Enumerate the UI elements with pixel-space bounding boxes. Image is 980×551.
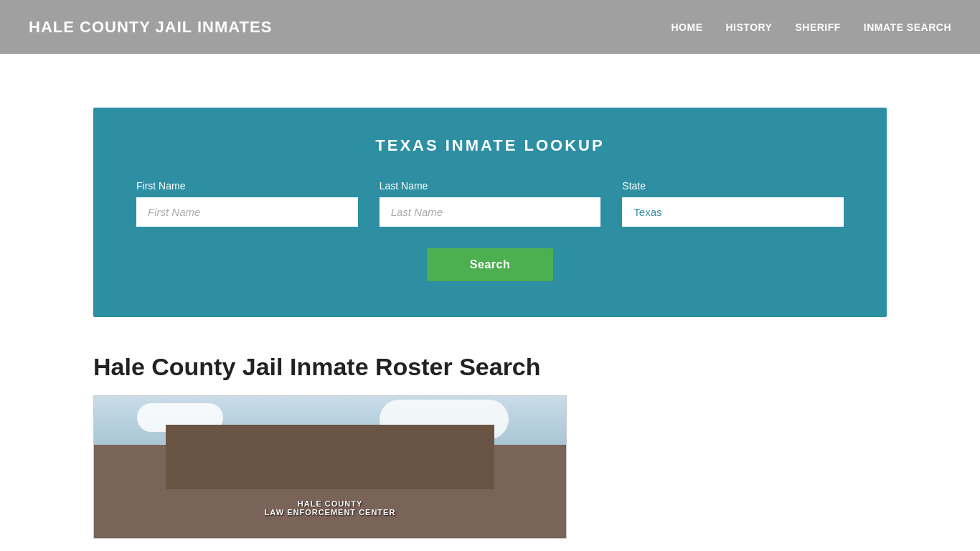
search-section: TEXAS INMATE LOOKUP First Name Last Name… [93, 108, 887, 317]
state-field-group: State [622, 180, 844, 227]
site-title: HALE COUNTY JAIL INMATES [29, 18, 272, 37]
first-name-label: First Name [136, 180, 358, 192]
last-name-input[interactable] [380, 197, 601, 227]
last-name-field-group: Last Name [380, 180, 601, 227]
sub-header-bar [0, 54, 980, 108]
search-button[interactable]: Search [427, 248, 553, 281]
state-label: State [622, 180, 844, 192]
main-nav: HOME HISTORY SHERIFF INMATE SEARCH [672, 22, 952, 33]
first-name-input[interactable] [136, 197, 358, 227]
site-header: HALE COUNTY JAIL INMATES HOME HISTORY SH… [0, 0, 980, 54]
page-heading: Hale County Jail Inmate Roster Search [93, 353, 887, 381]
nav-sheriff[interactable]: SHERIFF [795, 22, 840, 33]
building-sign-line1: HALE COUNTY [298, 499, 362, 508]
nav-home[interactable]: HOME [672, 22, 703, 33]
building-image: HALE COUNTY LAW ENFORCEMENT CENTER [93, 395, 567, 539]
first-name-field-group: First Name [136, 180, 358, 227]
content-section: Hale County Jail Inmate Roster Search HA… [0, 317, 980, 551]
nav-inmate-search[interactable]: INMATE SEARCH [864, 22, 951, 33]
state-input[interactable] [622, 197, 844, 227]
last-name-label: Last Name [380, 180, 601, 192]
nav-history[interactable]: HISTORY [726, 22, 773, 33]
building-sign: HALE COUNTY LAW ENFORCEMENT CENTER [265, 499, 396, 517]
building-top [166, 425, 494, 489]
search-fields-row: First Name Last Name State [136, 180, 844, 227]
building-sign-line2: LAW ENFORCEMENT CENTER [265, 508, 396, 517]
search-section-title: TEXAS INMATE LOOKUP [136, 136, 844, 155]
search-button-row: Search [136, 248, 844, 281]
